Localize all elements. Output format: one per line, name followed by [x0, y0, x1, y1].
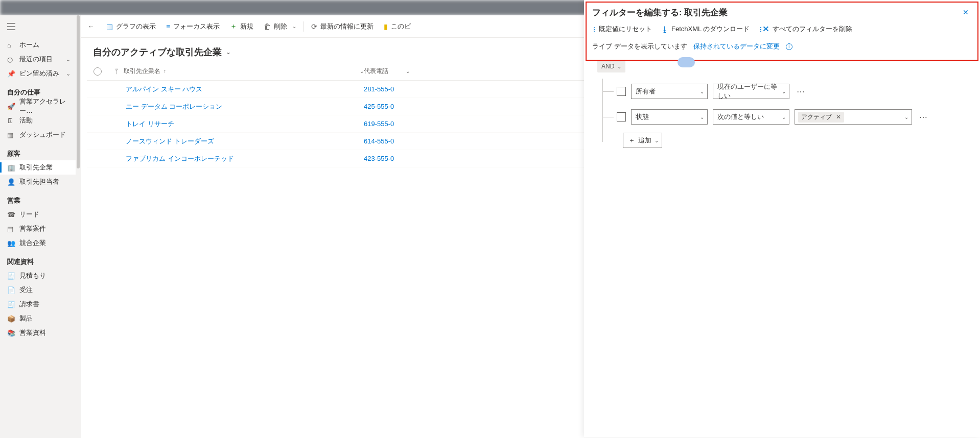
nav-label: 取引先企業 — [19, 163, 53, 172]
back-button[interactable]: ← — [81, 15, 101, 38]
chevron-down-icon: ⌄ — [655, 138, 659, 143]
chevron-down-icon: ⌄ — [700, 114, 704, 120]
nav-pinned[interactable]: 📌ピン留め済み⌄ — [0, 66, 76, 81]
clear-all-filters-button[interactable]: ⫶✕すべてのフィルターを削除 — [759, 25, 852, 34]
nav-activities[interactable]: 🗓活動 — [0, 113, 76, 128]
nav-label: 見積もり — [19, 271, 46, 280]
add-condition-button[interactable]: ＋追加⌄ — [623, 133, 662, 148]
cmd-visualize[interactable]: ▮このビ — [379, 15, 416, 38]
nav-sales-accelerator[interactable]: 🚀営業アクセラレー… — [0, 99, 76, 113]
tag-remove-icon[interactable]: ✕ — [836, 113, 841, 120]
chart-icon: ▥ — [106, 22, 113, 31]
sel-value: 現在のユーザーに等しい — [717, 82, 778, 101]
nav-invoices[interactable]: 🧾請求書 — [0, 297, 76, 311]
chevron-down-icon[interactable]: ⌄ — [226, 48, 231, 56]
trash-icon: 🗑 — [264, 22, 271, 31]
nav-opportunities[interactable]: ▤営業案件 — [0, 222, 76, 236]
chevron-down-icon[interactable]: ⌄ — [406, 68, 410, 74]
account-link[interactable]: エー データム コーポレーション — [126, 103, 222, 110]
chevron-down-icon: ⌄ — [66, 56, 71, 63]
nav-contacts[interactable]: 👤取引先担当者 — [0, 175, 76, 189]
nav-dashboards[interactable]: ▦ダッシュボード — [0, 128, 76, 142]
literature-icon: 📚 — [7, 329, 15, 337]
group-operator-chip[interactable]: AND⌄ — [597, 60, 625, 72]
cmd-delete[interactable]: 🗑削除⌄ — [259, 15, 301, 38]
sidebar: ⌂ホーム ◷最近の項目⌄ 📌ピン留め済み⌄ 自分の仕事 🚀営業アクセラレー… 🗓… — [0, 15, 81, 438]
nav-label: 営業案件 — [19, 224, 46, 233]
plus-icon: ＋ — [230, 22, 237, 31]
nav-quotes[interactable]: 🧾見積もり — [0, 269, 76, 283]
condition-row-1: 所有者⌄ 現在のユーザーに等しい⌄ ⋯ — [602, 79, 970, 104]
info-icon[interactable]: i — [786, 43, 792, 50]
condition-field-select[interactable]: 状態⌄ — [631, 109, 708, 125]
cmd-label: 新規 — [240, 22, 253, 31]
quote-icon: 🧾 — [7, 272, 15, 280]
building-icon: 🏢 — [7, 164, 15, 172]
nav-sales-literature[interactable]: 📚営業資料 — [0, 326, 76, 340]
condition-field-select[interactable]: 所有者⌄ — [631, 84, 708, 99]
nav-section-collateral: 関連資料 — [0, 250, 76, 269]
dashboard-icon: ▦ — [7, 131, 15, 139]
condition-more-button[interactable]: ⋯ — [917, 110, 929, 124]
chevron-down-icon: ⌄ — [700, 89, 704, 94]
nav-accounts[interactable]: 🏢取引先企業 — [0, 160, 76, 175]
activity-icon: 🗓 — [7, 117, 15, 125]
add-label: 追加 — [638, 136, 651, 145]
order-icon: 📄 — [7, 286, 15, 294]
nav-home[interactable]: ⌂ホーム — [0, 38, 76, 52]
account-link[interactable]: ファブリカム インコーポレーテッド — [126, 155, 234, 162]
condition-value-select[interactable]: アクティブ✕⌄ — [795, 109, 912, 125]
account-link[interactable]: トレイ リサーチ — [126, 120, 174, 128]
hamburger-button[interactable] — [7, 15, 30, 38]
sort-asc-icon: ↑ — [164, 68, 166, 74]
product-icon: 📦 — [7, 315, 15, 323]
phone-cell[interactable]: 614-555-0 — [364, 137, 394, 145]
invoice-icon: 🧾 — [7, 301, 15, 308]
column-header-name[interactable]: 取引先企業名↑⌄ — [124, 67, 364, 76]
account-link[interactable]: アルパイン スキー ハウス — [126, 85, 202, 93]
condition-operator-select[interactable]: 現在のユーザーに等しい⌄ — [713, 84, 789, 99]
phone-cell[interactable]: 423-555-0 — [364, 155, 394, 162]
condition-more-button[interactable]: ⋯ — [795, 85, 807, 99]
sidebar-scrollbar[interactable] — [76, 15, 81, 438]
column-header-phone[interactable]: 代表電話⌄ — [364, 67, 410, 76]
condition-checkbox[interactable] — [617, 112, 626, 121]
nav-competitors[interactable]: 👥競合企業 — [0, 236, 76, 250]
nav-products[interactable]: 📦製品 — [0, 311, 76, 326]
nav-leads[interactable]: ☎リード — [0, 207, 76, 222]
cmd-focus-view[interactable]: ≡フォーカス表示 — [161, 15, 225, 38]
chevron-down-icon[interactable]: ⌄ — [360, 68, 364, 74]
cmd-refresh[interactable]: ⟳最新の情報に更新 — [306, 15, 379, 38]
chevron-down-icon: ⌄ — [66, 70, 71, 77]
pt-label: 既定値にリセット — [599, 25, 652, 34]
phone-cell[interactable]: 619-555-0 — [364, 120, 394, 128]
hierarchy-icon[interactable]: ᛘ — [108, 68, 124, 75]
cmd-label: 最新の情報に更新 — [320, 22, 374, 31]
nav-recent[interactable]: ◷最近の項目⌄ — [0, 52, 76, 66]
view-title[interactable]: 自分のアクティブな取引先企業 — [93, 46, 222, 58]
nav-label: 受注 — [19, 285, 33, 295]
close-button[interactable]: ✕ — [960, 5, 972, 19]
pt-label: すべてのフィルターを削除 — [773, 25, 852, 34]
plus-icon: ＋ — [628, 136, 635, 145]
nav-label: 最近の項目 — [19, 55, 53, 64]
switch-to-retained-link[interactable]: 保持されているデータに変更 — [693, 42, 780, 51]
chevron-down-icon: ⌄ — [904, 114, 908, 120]
rocket-icon: 🚀 — [7, 103, 15, 110]
condition-operator-select[interactable]: 次の値と等しい⌄ — [713, 109, 789, 125]
nav-label: ピン留め済み — [19, 69, 59, 78]
nav-orders[interactable]: 📄受注 — [0, 283, 76, 297]
download-fetchxml-button[interactable]: ⭳FetchXML のダウンロード — [661, 25, 750, 34]
account-link[interactable]: ノースウィンド トレーダーズ — [126, 137, 214, 145]
phone-cell[interactable]: 281-555-0 — [364, 85, 394, 93]
cmd-show-chart[interactable]: ▥グラフの表示 — [101, 15, 161, 38]
nav-section-mywork: 自分の仕事 — [0, 81, 76, 99]
focus-icon: ≡ — [166, 22, 170, 31]
reset-default-button[interactable]: ⫶⃓既定値にリセット — [592, 25, 652, 34]
phone-cell[interactable]: 425-555-0 — [364, 103, 394, 110]
select-all-toggle[interactable] — [94, 67, 102, 76]
cmd-new[interactable]: ＋新規 — [225, 15, 259, 38]
condition-checkbox[interactable] — [617, 87, 626, 96]
col-label: 取引先企業名 — [124, 67, 160, 76]
cmd-label: グラフの表示 — [116, 22, 156, 31]
